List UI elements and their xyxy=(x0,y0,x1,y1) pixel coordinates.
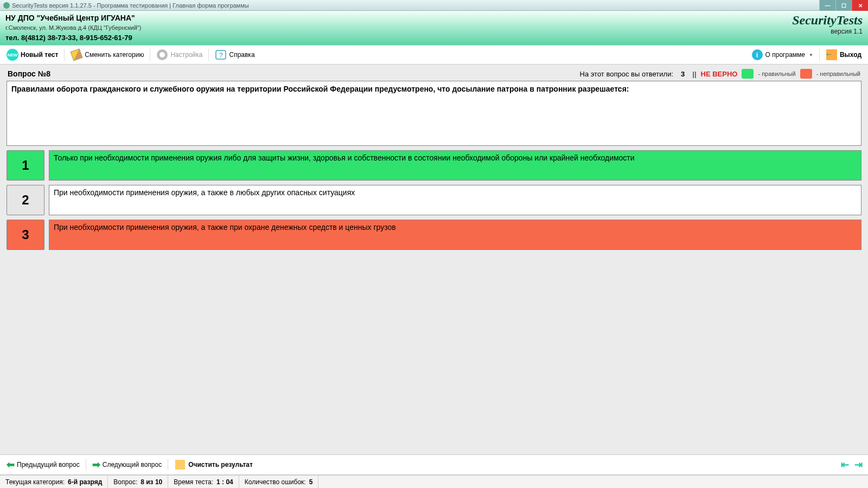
exit-label: Выход xyxy=(840,51,861,59)
window-titlebar: SecurityTests версия 1.1.27.5 - Программ… xyxy=(0,0,868,11)
status-bar: Текущая категория: 6-й разряд Вопрос: 8 … xyxy=(0,475,868,488)
answer-row[interactable]: 1 Только при необходимости применения ор… xyxy=(7,150,861,181)
answered-count: 3 xyxy=(678,70,688,78)
organization-address: г.Смоленск, ул. М.Жукова д.4 (КДЦ "Губер… xyxy=(5,24,141,32)
legend-wrong-text: - неправильный xyxy=(816,70,860,77)
status-errors-label: Количество ошибок: xyxy=(245,478,306,486)
answer-number: 1 xyxy=(7,150,44,181)
info-icon: i xyxy=(752,49,763,60)
answered-label: На этот вопрос вы ответили: xyxy=(580,70,674,78)
answer-number: 3 xyxy=(7,220,44,250)
status-time: Время теста: 1 : 04 xyxy=(168,476,239,488)
new-icon: NEW xyxy=(7,49,18,61)
next-question-button[interactable]: ➡ Следующий вопрос xyxy=(89,457,165,473)
about-button[interactable]: i О программе ▼ xyxy=(748,47,816,63)
answer-row[interactable]: 3 При необходимости применения оружия, а… xyxy=(7,220,861,250)
question-number: Вопрос №8 xyxy=(8,69,50,78)
toolbar-separator xyxy=(208,49,209,61)
question-content: Правилами оборота гражданского и служебн… xyxy=(0,81,868,454)
pencil-icon xyxy=(71,49,83,61)
window-maximize-button[interactable]: ☐ xyxy=(835,0,852,11)
about-label: О программе xyxy=(765,51,805,59)
legend-wrong-box xyxy=(800,69,812,79)
window-minimize-button[interactable]: — xyxy=(819,0,835,11)
toolbar-separator xyxy=(168,459,168,471)
clear-result-label: Очистить результат xyxy=(188,461,253,468)
clear-icon xyxy=(175,460,185,470)
answer-number: 2 xyxy=(7,185,44,215)
settings-button[interactable]: Настройка xyxy=(153,47,206,63)
new-test-label: Новый тест xyxy=(21,51,58,59)
help-button[interactable]: ? Справка xyxy=(212,47,258,63)
arrow-left-icon: ⬅ xyxy=(7,459,15,471)
app-icon xyxy=(3,2,10,9)
status-category: Текущая категория: 6-й разряд xyxy=(0,476,108,488)
organization-phone: тел. 8(4812) 38-73-33, 8-915-652-61-79 xyxy=(5,33,141,43)
new-test-button[interactable]: NEW Новый тест xyxy=(3,47,61,63)
main-toolbar: NEW Новый тест Сменить категорию Настрой… xyxy=(0,45,868,65)
app-header: НУ ДПО "Учебный Центр ИГУАНА" г.Смоленск… xyxy=(0,11,868,45)
question-text: Правилами оборота гражданского и служебн… xyxy=(7,81,861,146)
bottom-toolbar: ⬅ Предыдущий вопрос ➡ Следующий вопрос О… xyxy=(0,454,868,475)
organization-name: НУ ДПО "Учебный Центр ИГУАНА" xyxy=(5,13,141,24)
change-category-button[interactable]: Сменить категорию xyxy=(67,47,147,63)
toolbar-separator xyxy=(819,49,820,61)
answer-text: При необходимости применения оружия, а т… xyxy=(49,220,861,250)
next-question-label: Следующий вопрос xyxy=(103,461,162,468)
settings-label: Настройка xyxy=(170,51,202,59)
status-category-value: 6-й разряд xyxy=(68,478,102,486)
legend-correct-box xyxy=(742,69,754,79)
toolbar-separator xyxy=(150,49,150,61)
last-page-button[interactable]: ⇥ xyxy=(852,459,865,471)
legend-correct-text: - правильный xyxy=(758,70,795,77)
clear-result-button[interactable]: Очистить результат xyxy=(171,457,256,473)
question-header: Вопрос №8 На этот вопрос вы ответили: 3 … xyxy=(0,65,868,81)
window-title: SecurityTests версия 1.1.27.5 - Программ… xyxy=(12,2,249,9)
answers-container: 1 Только при необходимости применения ор… xyxy=(7,150,861,250)
arrow-right-icon: ➡ xyxy=(92,459,100,471)
gear-icon xyxy=(157,49,168,60)
prev-question-label: Предыдущий вопрос xyxy=(17,461,80,468)
window-controls: — ☐ ✕ xyxy=(819,0,868,10)
brand-name: SecurityTests xyxy=(792,13,863,28)
toolbar-separator xyxy=(64,49,65,61)
prev-question-button[interactable]: ⬅ Предыдущий вопрос xyxy=(3,457,83,473)
help-label: Справка xyxy=(229,51,254,59)
answer-text: Только при необходимости применения оруж… xyxy=(49,150,861,181)
stats-separator: || xyxy=(692,70,696,78)
status-question-label: Вопрос: xyxy=(113,478,137,486)
brand-version: версия 1.1 xyxy=(792,28,863,35)
change-category-label: Сменить категорию xyxy=(85,51,144,59)
toolbar-separator xyxy=(86,459,86,471)
answer-text: При необходимости применения оружия, а т… xyxy=(49,185,861,215)
status-errors: Количество ошибок: 5 xyxy=(239,476,319,488)
status-time-value: 1 : 04 xyxy=(216,478,233,486)
status-errors-value: 5 xyxy=(309,478,313,486)
status-time-label: Время теста: xyxy=(174,478,213,486)
status-question-value: 8 из 10 xyxy=(141,478,162,486)
status-category-label: Текущая категория: xyxy=(5,478,65,486)
exit-icon xyxy=(826,49,837,60)
help-icon: ? xyxy=(215,50,226,60)
chevron-down-icon: ▼ xyxy=(809,53,813,57)
first-page-button[interactable]: ⇤ xyxy=(839,459,851,471)
status-question: Вопрос: 8 из 10 xyxy=(108,476,168,488)
window-close-button[interactable]: ✕ xyxy=(852,0,868,11)
answer-result: НЕ ВЕРНО xyxy=(701,70,738,78)
answer-row[interactable]: 2 При необходимости применения оружия, а… xyxy=(7,185,861,215)
exit-button[interactable]: Выход xyxy=(822,47,865,63)
